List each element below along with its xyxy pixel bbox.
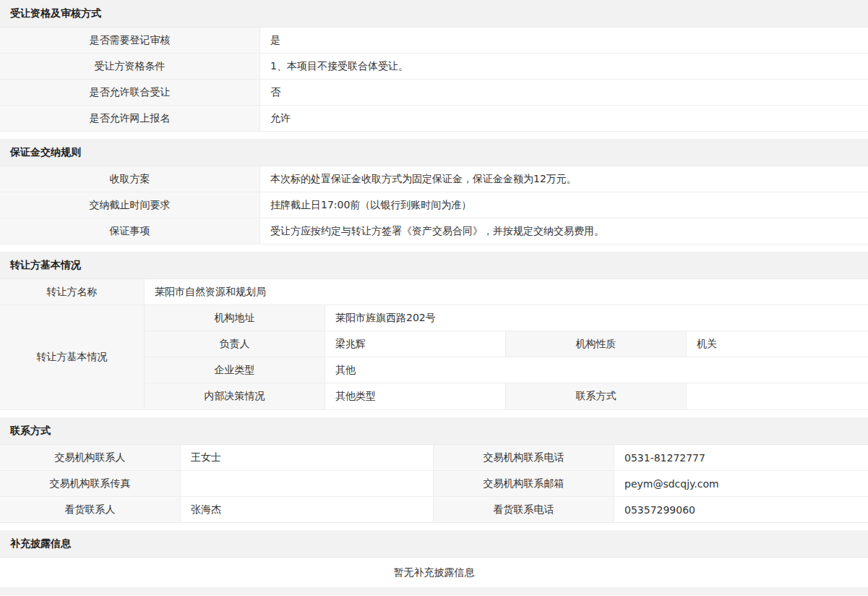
section-transferor-info: 转让方基本情况 转让方名称 莱阳市自然资源和规划局 转让方基本情况 机构地址 莱… — [0, 252, 868, 410]
section-gap — [0, 244, 868, 252]
field-label-agency-fax: 交易机构联系传真 — [0, 471, 181, 496]
field-value-collection-plan: 本次标的处置保证金收取方式为固定保证金，保证金金额为12万元。 — [260, 166, 868, 192]
supplementary-empty-message: 暂无补充披露信息 — [0, 558, 868, 588]
table-row: 转让方名称 莱阳市自然资源和规划局 — [0, 279, 868, 305]
field-label-inspection-contact-person: 看货联系人 — [0, 497, 181, 522]
field-label-agency-phone: 交易机构联系电话 — [434, 445, 614, 470]
transferor-detail-rows: 机构地址 莱阳市旌旗西路202号 负责人 梁兆辉 机构性质 机关 企业类型 其他… — [145, 305, 868, 409]
field-label-payment-deadline: 交纳截止时间要求 — [0, 192, 260, 218]
field-label-internal-decision: 内部决策情况 — [145, 383, 325, 409]
section-title-deposit-rules: 保证金交纳规则 — [0, 139, 868, 166]
table-row: 企业类型 其他 — [145, 357, 868, 383]
field-value-guarantee-matters: 受让方应按约定与转让方签署《资产交易合同》，并按规定交纳交易费用。 — [260, 218, 868, 244]
field-value-internal-decision: 其他类型 — [325, 383, 506, 409]
table-row: 内部决策情况 其他类型 联系方式 — [145, 383, 868, 409]
field-value-agency-email: peym@sdcqjy.com — [614, 471, 868, 496]
field-label-agency-email: 交易机构联系邮箱 — [434, 471, 614, 496]
table-row: 受让方资格条件 1、本项目不接受联合体受让。 — [0, 54, 868, 80]
field-label-collection-plan: 收取方案 — [0, 166, 260, 192]
field-label-guarantee-matters: 保证事项 — [0, 218, 260, 244]
table-row: 保证事项 受让方应按约定与转让方签署《资产交易合同》，并按规定交纳交易费用。 — [0, 218, 868, 244]
section-contacts: 联系方式 交易机构联系人 王女士 交易机构联系电话 0531-81272777 … — [0, 417, 868, 523]
table-row: 交易机构联系传真 交易机构联系邮箱 peym@sdcqjy.com — [0, 471, 868, 497]
field-label-transferor-contact: 联系方式 — [506, 383, 687, 409]
field-value-principal: 梁兆辉 — [325, 331, 506, 357]
field-label-inspection-phone: 看货联系电话 — [434, 497, 614, 522]
table-row: 看货联系人 张海杰 看货联系电话 05357299060 — [0, 497, 868, 523]
asset-listing-detail-page: 受让资格及审核方式 是否需要登记审核 是 受让方资格条件 1、本项目不接受联合体… — [0, 0, 868, 595]
field-value-payment-deadline: 挂牌截止日17:00前（以银行到账时间为准） — [260, 192, 868, 218]
field-value-inspection-phone: 05357299060 — [614, 497, 868, 522]
field-value-online-signup: 允许 — [260, 106, 868, 131]
field-label-org-address: 机构地址 — [145, 305, 325, 331]
transferor-detail-group: 转让方基本情况 机构地址 莱阳市旌旗西路202号 负责人 梁兆辉 机构性质 机关… — [0, 305, 868, 410]
section-deposit-rules: 保证金交纳规则 收取方案 本次标的处置保证金收取方式为固定保证金，保证金金额为1… — [0, 139, 868, 244]
section-title-supplementary-disclosure: 补充披露信息 — [0, 530, 868, 558]
field-label-online-signup: 是否允许网上报名 — [0, 106, 260, 131]
field-label-enterprise-type: 企业类型 — [145, 357, 325, 383]
section-supplementary-disclosure: 补充披露信息 暂无补充披露信息 — [0, 530, 868, 588]
table-row: 收取方案 本次标的处置保证金收取方式为固定保证金，保证金金额为12万元。 — [0, 166, 868, 192]
table-row: 机构地址 莱阳市旌旗西路202号 — [145, 305, 868, 331]
field-value-transferor-name: 莱阳市自然资源和规划局 — [145, 279, 868, 305]
table-row: 是否需要登记审核 是 — [0, 27, 868, 54]
field-value-org-address: 莱阳市旌旗西路202号 — [325, 305, 868, 331]
field-label-principal: 负责人 — [145, 331, 325, 357]
section-title-contacts: 联系方式 — [0, 417, 868, 445]
field-label-joint-transfer: 是否允许联合受让 — [0, 80, 260, 105]
field-label-transferor-name: 转让方名称 — [0, 279, 145, 305]
table-row: 负责人 梁兆辉 机构性质 机关 — [145, 331, 868, 357]
group-label-transferor-basic: 转让方基本情况 — [0, 305, 145, 409]
table-row: 交纳截止时间要求 挂牌截止日17:00前（以银行到账时间为准） — [0, 192, 868, 218]
section-title-qualification: 受让资格及审核方式 — [0, 0, 868, 27]
section-gap — [0, 410, 868, 417]
table-row: 是否允许联合受让 否 — [0, 80, 868, 106]
field-value-agency-contact-person: 王女士 — [181, 445, 434, 470]
field-value-joint-transfer: 否 — [260, 80, 868, 105]
table-row: 是否允许网上报名 允许 — [0, 106, 868, 132]
field-label-agency-contact-person: 交易机构联系人 — [0, 445, 181, 470]
section-gap — [0, 132, 868, 139]
section-gap — [0, 523, 868, 530]
field-value-registration-review: 是 — [260, 27, 868, 53]
field-value-org-nature: 机关 — [687, 331, 868, 357]
field-value-agency-fax — [181, 471, 434, 496]
field-label-org-nature: 机构性质 — [506, 331, 687, 357]
field-label-transferee-conditions: 受让方资格条件 — [0, 54, 260, 79]
section-qualification: 受让资格及审核方式 是否需要登记审核 是 受让方资格条件 1、本项目不接受联合体… — [0, 0, 868, 132]
field-value-enterprise-type: 其他 — [325, 357, 868, 383]
field-value-transferor-contact — [687, 383, 868, 409]
field-value-transferee-conditions: 1、本项目不接受联合体受让。 — [260, 54, 868, 79]
field-label-registration-review: 是否需要登记审核 — [0, 27, 260, 53]
bottom-cutoff-band — [0, 588, 868, 595]
section-title-transferor-info: 转让方基本情况 — [0, 252, 868, 279]
field-value-inspection-contact-person: 张海杰 — [181, 497, 434, 522]
table-row: 交易机构联系人 王女士 交易机构联系电话 0531-81272777 — [0, 445, 868, 471]
field-value-agency-phone: 0531-81272777 — [614, 445, 868, 470]
